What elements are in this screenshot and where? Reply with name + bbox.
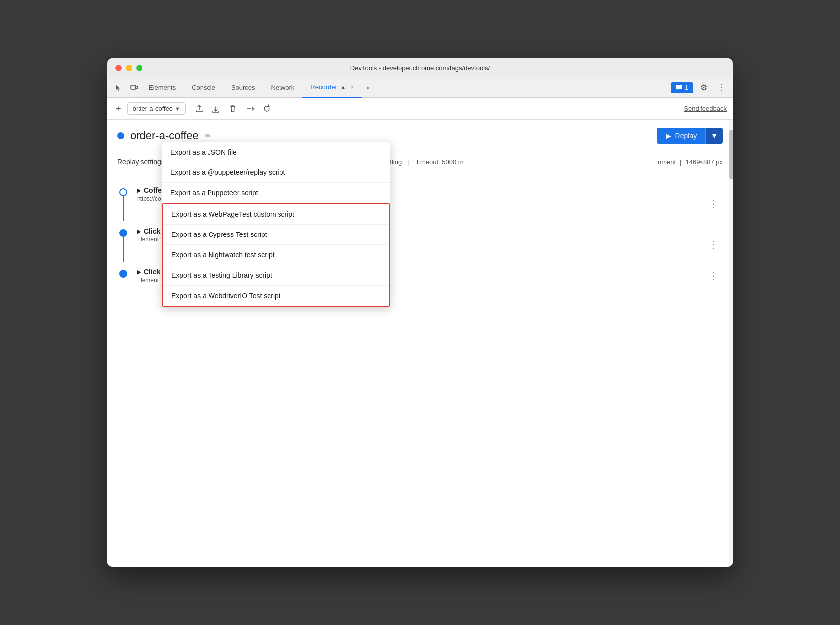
recording-name-label: order-a-coffee [130, 129, 199, 142]
tab-console[interactable]: Console [184, 78, 223, 98]
play-icon: ▶ [666, 132, 671, 140]
svg-rect-1 [136, 86, 138, 89]
export-webdriverio-item[interactable]: Export as a WebdriverIO Test script [163, 286, 389, 306]
minimize-button[interactable] [126, 65, 132, 71]
recording-selector[interactable]: order-a-coffee ▼ [127, 102, 186, 115]
scrollbar-thumb[interactable] [729, 130, 733, 179]
tab-more-button[interactable]: » [362, 84, 374, 91]
tab-recorder-content: Recorder ▲ × [310, 83, 354, 91]
highlighted-export-group: Export as a WebPageTest custom script Ex… [162, 203, 390, 307]
step-over-button[interactable] [242, 101, 257, 116]
recording-title: order-a-coffee ✏ [117, 129, 211, 142]
step-circle-2 [119, 229, 127, 237]
title-bar: DevTools - developer.chrome.com/tags/dev… [107, 58, 733, 78]
export-dropdown: Export as a JSON file Export as a @puppe… [162, 142, 390, 307]
step-circle-1 [119, 188, 127, 196]
step-more-button-2[interactable]: ⋮ [705, 237, 723, 251]
settings-button[interactable]: ⚙ [697, 81, 711, 95]
more-menu-button[interactable]: ⋮ [715, 81, 729, 95]
svg-rect-0 [131, 85, 136, 89]
refresh-button[interactable] [259, 101, 274, 116]
download-icon [211, 104, 220, 113]
export-puppeteer-replay-item[interactable]: Export as a @puppeteer/replay script [162, 162, 390, 183]
trash-icon [228, 104, 237, 113]
export-nightwatch-item[interactable]: Export as a Nightwatch test script [163, 245, 389, 265]
window-title: DevTools - developer.chrome.com/tags/dev… [350, 64, 490, 72]
recorder-icon: ▲ [340, 84, 346, 91]
notification-button[interactable]: 1 [671, 82, 693, 93]
tab-items: Elements Console Sources Network Recorde… [141, 78, 671, 98]
export-cypress-item[interactable]: Export as a Cypress Test script [163, 225, 389, 245]
export-json-item[interactable]: Export as a JSON file [162, 142, 390, 162]
devtools-window: DevTools - developer.chrome.com/tags/dev… [107, 58, 733, 567]
export-button[interactable] [192, 101, 207, 116]
add-recording-button[interactable]: + [113, 102, 123, 116]
replay-dropdown-button[interactable]: ▼ [705, 128, 723, 144]
send-feedback-link[interactable]: Send feedback [684, 105, 727, 112]
svg-rect-2 [676, 85, 682, 89]
traffic-lights [115, 65, 142, 71]
tab-recorder[interactable]: Recorder ▲ × [302, 78, 362, 98]
step-circle-3 [119, 270, 127, 278]
maximize-button[interactable] [136, 65, 142, 71]
chevron-down-icon: ▼ [175, 106, 180, 112]
scrollbar-track[interactable] [729, 120, 733, 567]
tab-network[interactable]: Network [263, 78, 303, 98]
edit-name-icon[interactable]: ✏ [205, 131, 211, 141]
settings-right: nment | 1469×887 px [658, 158, 723, 166]
step-icon [245, 104, 254, 113]
chat-icon [676, 84, 683, 91]
export-testing-library-item[interactable]: Export as a Testing Library script [163, 265, 389, 286]
tab-bar-right: 1 ⚙ ⋮ [671, 81, 729, 95]
settings-divider2: | [680, 158, 681, 166]
step-actions-3: ⋮ [705, 268, 723, 284]
main-content: order-a-coffee ✏ ▶ Replay ▼ Replay setti… [107, 120, 733, 567]
tab-elements[interactable]: Elements [141, 78, 184, 98]
close-button[interactable] [115, 65, 122, 71]
import-button[interactable] [209, 101, 223, 116]
replay-button-group: ▶ Replay ▼ [657, 128, 723, 144]
step-more-button-1[interactable]: ⋮ [705, 197, 723, 211]
upload-icon [195, 104, 204, 113]
settings-divider: | [408, 158, 409, 166]
tab-bar: Elements Console Sources Network Recorde… [107, 78, 733, 98]
step-line-1 [123, 196, 124, 221]
toolbar-icons [192, 101, 274, 116]
recording-status-dot [117, 132, 124, 139]
dots-vertical-icon: ⋮ [718, 83, 726, 92]
step-line-2 [123, 237, 124, 262]
device-icon[interactable] [127, 81, 141, 95]
step-arrow-2: ▶ [137, 229, 141, 234]
chevron-down-icon: ▼ [711, 132, 718, 140]
replay-button[interactable]: ▶ Replay [657, 128, 706, 144]
step-actions-1: ⋮ [705, 186, 723, 221]
gear-icon: ⚙ [700, 83, 707, 92]
step-arrow-1: ▶ [137, 188, 141, 193]
step-arrow-3: ▶ [137, 269, 141, 275]
export-webpagetest-item[interactable]: Export as a WebPageTest custom script [163, 204, 389, 225]
tab-close-button[interactable]: × [351, 84, 354, 91]
step-more-button-3[interactable]: ⋮ [705, 269, 723, 283]
tab-sources[interactable]: Sources [223, 78, 263, 98]
step-actions-2: ⋮ [705, 227, 723, 262]
delete-button[interactable] [225, 101, 240, 116]
export-puppeteer-item[interactable]: Export as a Puppeteer script [162, 183, 390, 203]
cursor-icon[interactable] [111, 81, 125, 95]
replay-icon [262, 104, 271, 113]
toolbar: + order-a-coffee ▼ [107, 98, 733, 120]
tab-bar-left [111, 81, 141, 95]
